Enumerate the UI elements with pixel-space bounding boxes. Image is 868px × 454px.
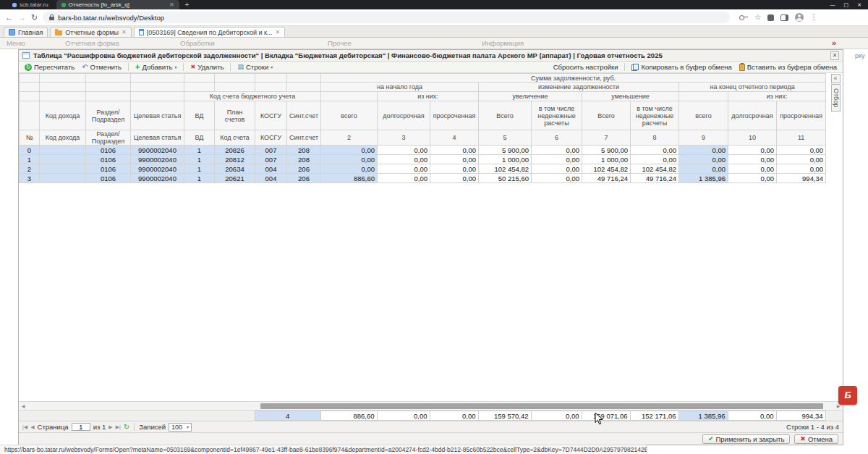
- grid-cell[interactable]: 0: [20, 146, 40, 155]
- menu-item-report-form[interactable]: Отчетная форма: [65, 39, 119, 47]
- filter-panel-tab[interactable]: Отбор: [831, 84, 841, 112]
- grid-cell[interactable]: 0,00: [728, 155, 777, 164]
- undo-button[interactable]: ↶ Отменить: [80, 63, 124, 71]
- grid-cell[interactable]: 0,00: [532, 164, 582, 174]
- cancel-button[interactable]: ✖ Отмена: [794, 434, 838, 444]
- forward-icon[interactable]: →: [18, 14, 26, 22]
- browser-tab-inactive[interactable]: scb.tatar.ru: [7, 0, 54, 9]
- browser-tab-active[interactable]: Отчетность [fo_arsk_q] ✕: [56, 0, 179, 9]
- grid-cell[interactable]: 0,00: [728, 174, 777, 183]
- menu-item-info[interactable]: Информация: [482, 39, 524, 47]
- window-close-icon[interactable]: ✕: [830, 51, 839, 60]
- menu-item-processing[interactable]: Обработки: [180, 39, 215, 47]
- grid-cell[interactable]: 1 385,96: [679, 174, 728, 183]
- grid-cell[interactable]: 0,00: [679, 155, 728, 164]
- grid-cell[interactable]: 5 900,00: [479, 146, 532, 155]
- grid-cell[interactable]: 1: [184, 146, 215, 155]
- table-row[interactable]: 2010699000020401206340042060,000,000,001…: [20, 164, 826, 174]
- grid-cell[interactable]: 007: [255, 155, 287, 164]
- first-page-icon[interactable]: |◀: [22, 424, 27, 429]
- apply-and-close-button[interactable]: ✔ Применить и закрыть: [702, 434, 790, 444]
- grid-cell[interactable]: 0,00: [378, 164, 430, 174]
- grid-cell[interactable]: 0,00: [679, 164, 728, 174]
- password-key-icon[interactable]: [739, 15, 748, 20]
- table-row[interactable]: 1010699000020401208120072080,000,000,001…: [20, 155, 826, 164]
- side-panel-icon[interactable]: [780, 14, 788, 21]
- grid-cell[interactable]: 0,00: [631, 146, 679, 155]
- grid-cell[interactable]: 0106: [86, 164, 131, 174]
- grid-cell[interactable]: 20826: [215, 146, 255, 155]
- paste-from-clipboard-button[interactable]: Вставить из буфера обмена: [737, 63, 839, 71]
- grid-cell[interactable]: 0,00: [532, 146, 582, 155]
- grid-cell[interactable]: [40, 164, 86, 174]
- close-button[interactable]: ✕: [857, 2, 861, 8]
- scroll-left-icon[interactable]: ◀: [20, 403, 27, 410]
- tab-close-icon[interactable]: ✕: [122, 29, 127, 35]
- grid-cell[interactable]: 994,34: [777, 174, 826, 183]
- grid-cell[interactable]: 0,00: [430, 174, 479, 183]
- bookmark-star-icon[interactable]: ☆: [754, 14, 761, 21]
- app-tab-report-forms[interactable]: Отчетные формы ✕: [50, 27, 131, 37]
- scrollbar-thumb[interactable]: [260, 403, 823, 409]
- grid-cell[interactable]: 49 716,24: [631, 174, 679, 183]
- grid-cell[interactable]: [40, 146, 86, 155]
- tab-close-icon[interactable]: ✕: [169, 1, 174, 8]
- grid-cell[interactable]: 886,60: [321, 174, 378, 183]
- grid-cell[interactable]: 2: [20, 164, 40, 174]
- grid-cell[interactable]: 1 000,00: [479, 155, 532, 164]
- back-icon[interactable]: ←: [5, 14, 13, 22]
- tab-close-icon[interactable]: ✕: [275, 29, 280, 35]
- app-tab-0503169[interactable]: [0503169] Сведения по Дебиторской и к...…: [134, 27, 286, 37]
- grid-cell[interactable]: 004: [255, 174, 287, 183]
- horizontal-scrollbar[interactable]: ◀ ▶: [19, 401, 843, 410]
- table-row[interactable]: 0010699000020401208260072080,000,000,005…: [20, 146, 826, 155]
- copy-to-clipboard-button[interactable]: Копировать в буфер обмена: [629, 63, 733, 71]
- extensions-puzzle-icon[interactable]: [767, 14, 774, 21]
- grid-cell[interactable]: 9900002040: [131, 155, 184, 164]
- address-bar[interactable]: bars-bo.tatar.ru/websvody/Desktop: [43, 12, 730, 23]
- profile-avatar[interactable]: [795, 13, 804, 22]
- grid-cell[interactable]: 208: [287, 155, 321, 164]
- grid-cell[interactable]: 102 454,82: [582, 164, 631, 174]
- table-row[interactable]: 301069900002040120621004206886,600,000,0…: [20, 174, 826, 183]
- grid-cell[interactable]: 0,00: [777, 164, 826, 174]
- grid-cell[interactable]: [40, 155, 86, 164]
- reload-icon[interactable]: ↻: [31, 14, 38, 22]
- grid-cell[interactable]: 1: [184, 155, 215, 164]
- grid-cell[interactable]: 1: [184, 164, 215, 174]
- grid-cell[interactable]: 0,00: [777, 146, 826, 155]
- grid-cell[interactable]: 1: [184, 174, 215, 183]
- grid-cell[interactable]: 102 454,82: [631, 164, 679, 174]
- grid-cell[interactable]: 1: [20, 155, 40, 164]
- grid-cell[interactable]: 0,00: [321, 146, 378, 155]
- grid-cell[interactable]: 0,00: [430, 146, 479, 155]
- grid-cell[interactable]: 0,00: [631, 155, 679, 164]
- grid-cell[interactable]: 0106: [86, 155, 131, 164]
- next-page-icon[interactable]: ▶: [109, 424, 112, 429]
- bars-logo[interactable]: Б: [838, 386, 857, 405]
- delete-button[interactable]: ✖ Удалить: [188, 63, 226, 71]
- new-tab-button[interactable]: +: [179, 0, 195, 9]
- grid-cell[interactable]: 0,00: [532, 155, 582, 164]
- grid-cell[interactable]: 0106: [86, 146, 131, 155]
- minimize-button[interactable]: —: [830, 2, 835, 7]
- grid-cell[interactable]: 0,00: [777, 155, 826, 164]
- grid-cell[interactable]: 20621: [215, 174, 255, 183]
- grid-cell[interactable]: 1 000,00: [582, 155, 631, 164]
- grid-cell[interactable]: 206: [287, 164, 321, 174]
- prev-page-icon[interactable]: ◀: [30, 424, 34, 429]
- menu-collapse-icon[interactable]: »: [832, 38, 836, 47]
- grid-cell[interactable]: 0,00: [378, 155, 430, 164]
- grid-cell[interactable]: 20634: [215, 164, 255, 174]
- grid-cell[interactable]: 0,00: [378, 174, 430, 183]
- grid-cell[interactable]: 0,00: [679, 146, 728, 155]
- grid-cell[interactable]: 0,00: [728, 164, 777, 174]
- grid-cell[interactable]: 0,00: [430, 155, 479, 164]
- app-tab-home[interactable]: Главная: [4, 27, 48, 37]
- grid-cell[interactable]: 0,00: [321, 164, 378, 174]
- grid-cell[interactable]: 9900002040: [131, 146, 184, 155]
- grid-cell[interactable]: 0,00: [728, 146, 777, 155]
- browser-menu-icon[interactable]: ⋮: [810, 14, 817, 21]
- maximize-button[interactable]: ▢: [844, 2, 849, 8]
- records-per-page-select[interactable]: 100 ▾: [169, 423, 192, 432]
